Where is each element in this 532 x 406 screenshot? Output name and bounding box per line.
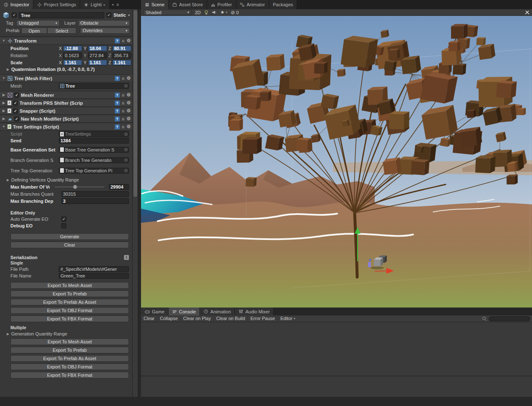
help-icon[interactable]: ? [115, 108, 120, 113]
max-vertices-slider[interactable] [55, 187, 104, 187]
foldout-icon[interactable]: ▼ [2, 125, 6, 129]
tab-console[interactable]: Console [169, 308, 200, 315]
layer-dropdown[interactable]: Obstacle▾ [78, 20, 130, 26]
static-dropdown-icon[interactable]: ▾ [128, 13, 130, 17]
max-branching-depth-field[interactable]: 3 [61, 198, 129, 204]
console-clear-on-play-button[interactable]: Clear on Play [181, 315, 214, 322]
foldout-icon[interactable]: ▶ [2, 117, 6, 121]
scene-viewport[interactable] [141, 16, 532, 308]
tab-audio-mixer[interactable]: Audio Mixer [235, 308, 274, 315]
tab-scene[interactable]: Scene [141, 0, 169, 9]
seed-field[interactable]: 1384 [59, 138, 129, 144]
export-mesh-asset-button[interactable]: Export To Mesh Asset [10, 282, 129, 289]
position-y-field[interactable]: 18.04 [88, 45, 107, 51]
component-gear-icon[interactable]: ⚙ [126, 100, 131, 106]
mesh-object-field[interactable]: Tree ⊙ [59, 83, 129, 89]
max-vertices-field[interactable]: 29904 [109, 184, 129, 190]
help-icon[interactable]: ? [115, 93, 120, 98]
console-collapse-button[interactable]: Collapse [157, 315, 181, 322]
x-axis-handle[interactable] [375, 271, 388, 271]
tag-dropdown[interactable]: Untagged▾ [16, 20, 60, 26]
console-error-pause-button[interactable]: Error Pause [248, 315, 278, 322]
auto-generate-checkbox[interactable] [61, 217, 66, 222]
debug-checkbox[interactable] [61, 223, 66, 228]
export-obj-button[interactable]: Export To OBJ Format [10, 307, 129, 314]
component-enabled-checkbox[interactable] [13, 108, 18, 113]
component-gear-icon[interactable]: ⚙ [126, 92, 131, 98]
component-gear-icon[interactable]: ⚙ [126, 124, 131, 129]
prefab-overrides-dropdown[interactable]: Overrides▾ [80, 28, 130, 34]
component-gear-icon[interactable]: ⚙ [126, 38, 131, 43]
help-icon[interactable]: ? [115, 76, 120, 81]
warning-icon[interactable]: ! [124, 255, 129, 260]
export-mesh-asset-button-multi[interactable]: Export To Mesh Asset [10, 338, 129, 345]
tab-inspector[interactable]: Inspector [0, 0, 33, 9]
export-prefab-button-multi[interactable]: Export To Prefab [10, 347, 129, 353]
generation-quantity-foldout[interactable]: ▶ Generation Quantity Range [0, 330, 132, 337]
rotation-x-field[interactable]: 0.1623 [63, 53, 82, 58]
export-prefab-button[interactable]: Export To Prefab [10, 290, 129, 297]
presets-icon[interactable]: ≡ [122, 116, 124, 121]
presets-icon[interactable]: ≡ [122, 38, 124, 43]
scrollbar-thumb[interactable] [134, 10, 137, 197]
shading-mode-dropdown[interactable]: Shaded ▾ [143, 10, 192, 15]
gameobject-name-field[interactable]: Tree [19, 12, 104, 18]
component-gear-icon[interactable]: ⚙ [126, 116, 131, 121]
quaternion-foldout[interactable]: ▶ Quaternion Rotation (0.0, -0.7, 0.0, 0… [0, 66, 132, 73]
defining-vertices-foldout[interactable]: ▶ Defining Vertices Quantity Range [0, 177, 132, 183]
mesh-filter-header[interactable]: ▼ Tree (Mesh Filter) ? ≡ ⚙ [0, 74, 132, 82]
tab-packages[interactable]: Packages [269, 0, 297, 9]
export-obj-button-multi[interactable]: Export To OBJ Format [10, 363, 129, 370]
prefab-open-button[interactable]: Open [21, 28, 47, 34]
file-name-field[interactable]: Green_Tree [59, 273, 129, 279]
component-enabled-checkbox[interactable] [13, 101, 18, 106]
tree-settings-header[interactable]: ▼ # Tree Settings (Script) ? ≡ ⚙ [0, 123, 132, 131]
export-prefab-as-asset-button-multi[interactable]: Export To Prefab As Asset [10, 355, 129, 362]
tab-game[interactable]: Game [141, 308, 169, 315]
pane-menu-icon[interactable]: ≡ [116, 2, 119, 7]
effects-dropdown[interactable]: ★▾ [220, 10, 227, 15]
export-fbx-button-multi[interactable]: Export To FBX Format [10, 372, 129, 378]
scene-lighting-icon[interactable] [204, 10, 209, 15]
scene-audio-icon[interactable] [212, 10, 217, 15]
position-z-field[interactable]: 80.91 [112, 45, 131, 51]
tree-top-generation-field[interactable]: Tree Top Generation Pi ⊙ [59, 168, 129, 174]
scale-x-field[interactable]: 1.161 [63, 60, 82, 66]
object-picker-icon[interactable]: ⊙ [124, 158, 128, 162]
branch-generation-field[interactable]: Branch Tree Generatio ⊙ [59, 157, 129, 163]
snapper-header[interactable]: ▶ # Snapper (Script) ? ≡ ⚙ [0, 107, 132, 115]
tab-asset-store[interactable]: Asset Store [169, 0, 207, 9]
presets-icon[interactable]: ≡ [122, 93, 124, 98]
prefab-select-button[interactable]: Select [47, 28, 76, 34]
pane-dropdown-icon[interactable]: ▾ [112, 3, 114, 7]
tab-overflow-icon[interactable]: ▸ [104, 3, 106, 7]
presets-icon[interactable]: ≡ [122, 124, 124, 129]
rotation-y-field[interactable]: 272.84 [88, 53, 107, 58]
gizmos-visibility-toggle[interactable]: ⊘0 [231, 10, 239, 15]
foldout-icon[interactable]: ▶ [2, 109, 6, 113]
nav-mesh-modifier-header[interactable]: ▶ Nav Mesh Modifier (Script) ? ≡ ⚙ [0, 115, 132, 123]
scale-y-field[interactable]: 1.161 [88, 60, 107, 66]
presets-icon[interactable]: ≡ [122, 101, 124, 106]
console-editor-dropdown[interactable]: Editor ▾ [278, 315, 298, 322]
presets-icon[interactable]: ≡ [122, 108, 124, 113]
export-prefab-as-asset-button[interactable]: Export To Prefab As Asset [10, 299, 129, 305]
tab-lighting[interactable]: Lighti ▸ [80, 0, 109, 9]
max-branches-field[interactable]: 30315 [61, 191, 129, 197]
component-gear-icon[interactable]: ⚙ [126, 76, 131, 81]
component-enabled-checkbox[interactable] [14, 93, 19, 98]
script-object-field[interactable]: # TreeSettings ⊙ [59, 131, 129, 137]
help-icon[interactable]: ? [115, 101, 120, 106]
gameobject-active-checkbox[interactable] [12, 13, 17, 18]
transform-component-header[interactable]: ▼ Transform ? ≡ ⚙ [0, 37, 132, 45]
prs-shifter-header[interactable]: ▶ # Transform PRS Shifter (Scrip ? ≡ ⚙ [0, 99, 132, 107]
help-icon[interactable]: ? [115, 38, 120, 43]
foldout-icon[interactable]: ▼ [2, 76, 6, 80]
generate-button[interactable]: Generate [10, 233, 129, 240]
help-icon[interactable]: ? [115, 124, 120, 129]
object-picker-icon[interactable]: ⊙ [124, 147, 128, 152]
toggle-2d-button[interactable]: 2D [195, 10, 201, 15]
component-gear-icon[interactable]: ⚙ [126, 108, 131, 113]
object-picker-icon[interactable]: ⊙ [124, 168, 128, 173]
file-path-field[interactable]: #_Specific\#Models\#Gener [59, 266, 129, 272]
